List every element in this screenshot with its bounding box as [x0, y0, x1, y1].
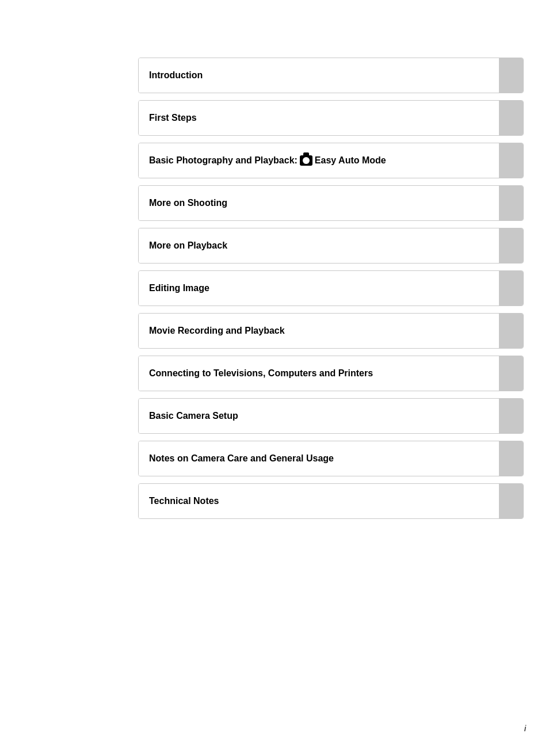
toc-label-connecting: Connecting to Televisions, Computers and…: [139, 356, 499, 391]
page-number: i: [524, 724, 526, 733]
toc-item-basic-photography[interactable]: Basic Photography and Playback: Easy Aut…: [138, 143, 524, 178]
toc-item-editing-image[interactable]: Editing Image: [138, 270, 524, 306]
toc-tab-more-on-playback: [499, 228, 523, 263]
toc-label-basic-photography: Basic Photography and Playback: Easy Aut…: [139, 143, 499, 178]
toc-item-basic-camera-setup[interactable]: Basic Camera Setup: [138, 398, 524, 434]
toc-label-more-on-shooting: More on Shooting: [139, 186, 499, 220]
toc-label-notes-camera-care: Notes on Camera Care and General Usage: [139, 441, 499, 476]
toc-item-more-on-shooting[interactable]: More on Shooting: [138, 185, 524, 221]
toc-tab-basic-photography: [499, 143, 523, 178]
toc-label-basic-camera-setup: Basic Camera Setup: [139, 399, 499, 433]
toc-tab-editing-image: [499, 271, 523, 306]
toc-item-first-steps[interactable]: First Steps: [138, 100, 524, 136]
toc-label-editing-image: Editing Image: [139, 271, 499, 306]
toc-tab-more-on-shooting: [499, 186, 523, 220]
camera-icon: [300, 155, 312, 166]
toc-item-movie-recording[interactable]: Movie Recording and Playback: [138, 313, 524, 349]
toc-tab-basic-camera-setup: [499, 399, 523, 433]
table-of-contents: IntroductionFirst StepsBasic Photography…: [138, 58, 524, 526]
toc-item-more-on-playback[interactable]: More on Playback: [138, 228, 524, 264]
toc-tab-introduction: [499, 58, 523, 93]
toc-tab-first-steps: [499, 101, 523, 135]
toc-label-technical-notes: Technical Notes: [139, 484, 499, 518]
toc-item-connecting[interactable]: Connecting to Televisions, Computers and…: [138, 356, 524, 391]
toc-tab-notes-camera-care: [499, 441, 523, 476]
toc-tab-technical-notes: [499, 484, 523, 518]
toc-tab-connecting: [499, 356, 523, 391]
toc-item-notes-camera-care[interactable]: Notes on Camera Care and General Usage: [138, 441, 524, 476]
toc-item-technical-notes[interactable]: Technical Notes: [138, 483, 524, 519]
toc-label-first-steps: First Steps: [139, 101, 499, 135]
toc-label-more-on-playback: More on Playback: [139, 228, 499, 263]
toc-label-introduction: Introduction: [139, 58, 499, 93]
toc-label-movie-recording: Movie Recording and Playback: [139, 314, 499, 348]
toc-tab-movie-recording: [499, 314, 523, 348]
toc-item-introduction[interactable]: Introduction: [138, 58, 524, 93]
